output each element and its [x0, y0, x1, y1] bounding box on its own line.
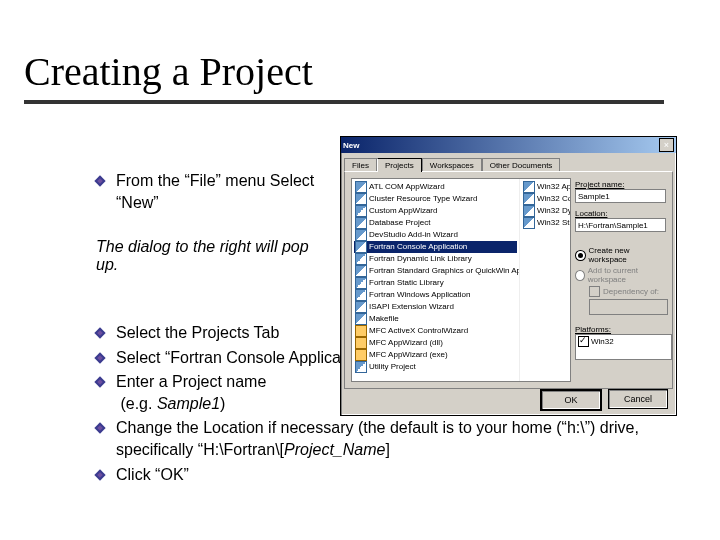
list-item[interactable]: Custom AppWizard — [354, 205, 517, 217]
list-item-label: Custom AppWizard — [369, 205, 437, 217]
list-item: From the “File” menu Select “New” — [96, 170, 331, 213]
list-item-label: Fortran Windows Application — [369, 289, 470, 301]
cancel-button[interactable]: Cancel — [608, 389, 668, 409]
italic-note: The dialog to the right will pop up. — [96, 238, 331, 274]
dependency-dropdown — [589, 299, 668, 315]
list-item-label: Win32 Ap — [537, 181, 570, 193]
list-item[interactable]: Fortran Dynamic Link Library — [354, 253, 517, 265]
close-icon[interactable]: × — [659, 138, 674, 152]
bullet-list-1: From the “File” menu Select “New” — [96, 170, 331, 216]
list-item-label: Utility Project — [369, 361, 416, 373]
list-item-label: Win32 Dy — [537, 205, 570, 217]
bullet-text: Change the Location if necessary (the de… — [116, 419, 639, 458]
radio-label: Create new workspace — [589, 246, 666, 264]
list-column-1: ATL COM AppWizardCluster Resource Type W… — [352, 179, 519, 381]
project-name-input[interactable] — [575, 189, 666, 203]
slide: Creating a Project From the “File” menu … — [0, 0, 720, 540]
bullet-text: Click “OK” — [116, 466, 189, 483]
list-item: Click “OK” — [96, 464, 656, 486]
list-item[interactable]: Fortran Static Library — [354, 277, 517, 289]
diamond-bullet-icon — [94, 423, 105, 434]
list-item[interactable]: Makefile — [354, 313, 517, 325]
list-item[interactable]: MFC AppWizard (dll) — [354, 337, 517, 349]
project-type-icon — [355, 193, 367, 205]
list-item[interactable]: Fortran Console Application — [354, 241, 517, 253]
bullet-text: Select “Fortran Console Application” — [116, 349, 372, 366]
list-item-label: Win32 Co — [537, 193, 570, 205]
platforms-list[interactable]: Win32 — [575, 334, 672, 360]
project-type-icon — [355, 181, 367, 193]
list-item-label: Fortran Dynamic Link Library — [369, 253, 472, 265]
list-item-label: Win32 St — [537, 217, 569, 229]
checkbox-label: Dependency of: — [603, 287, 659, 296]
radio-create-new-workspace[interactable]: Create new workspace — [575, 246, 666, 264]
list-item-label: MFC ActiveX ControlWizard — [369, 325, 468, 337]
list-column-2: Win32 ApWin32 CoWin32 DyWin32 St — [519, 179, 570, 381]
project-type-icon — [523, 205, 535, 217]
project-type-icon — [355, 277, 367, 289]
bullet-text: Enter a Project name (e.g. Sample1) — [116, 373, 266, 412]
platform-item[interactable]: Win32 — [578, 336, 669, 347]
list-item[interactable]: MFC ActiveX ControlWizard — [354, 325, 517, 337]
project-type-icon — [355, 337, 367, 349]
list-item[interactable]: Win32 Dy — [522, 205, 568, 217]
checkbox-icon — [589, 286, 600, 297]
list-item[interactable]: MFC AppWizard (exe) — [354, 349, 517, 361]
diamond-bullet-icon — [94, 377, 105, 388]
list-item[interactable]: Win32 St — [522, 217, 568, 229]
list-item-label: MFC AppWizard (dll) — [369, 337, 443, 349]
list-item[interactable]: Fortran Standard Graphics or QuickWin Ap… — [354, 265, 517, 277]
list-item-label: MFC AppWizard (exe) — [369, 349, 448, 361]
project-type-icon — [355, 217, 367, 229]
ok-button[interactable]: OK — [540, 389, 602, 411]
bullet-text: Select the Projects Tab — [116, 324, 279, 341]
project-type-icon — [355, 325, 367, 337]
diamond-bullet-icon — [94, 352, 105, 363]
dialog-tabpanel: ATL COM AppWizardCluster Resource Type W… — [344, 171, 673, 389]
location-input[interactable] — [575, 218, 666, 232]
list-item[interactable]: Database Project — [354, 217, 517, 229]
list-item[interactable]: ISAPI Extension Wizard — [354, 301, 517, 313]
dialog-button-row: OK Cancel — [540, 389, 668, 411]
project-type-icon — [355, 205, 367, 217]
project-type-icon — [355, 289, 367, 301]
list-item: Change the Location if necessary (the de… — [96, 417, 656, 460]
list-item-label: Fortran Static Library — [369, 277, 444, 289]
platforms-label: Platforms: — [575, 325, 666, 334]
diamond-bullet-icon — [94, 469, 105, 480]
list-item-label: Makefile — [369, 313, 399, 325]
list-item[interactable]: Cluster Resource Type Wizard — [354, 193, 517, 205]
project-type-list[interactable]: ATL COM AppWizardCluster Resource Type W… — [351, 178, 571, 382]
slide-title: Creating a Project — [24, 48, 313, 95]
radio-add-to-workspace[interactable]: Add to current workspace — [575, 266, 666, 284]
project-type-icon — [355, 241, 367, 253]
project-type-icon — [355, 301, 367, 313]
radio-dot-icon — [575, 250, 586, 261]
list-item[interactable]: Utility Project — [354, 361, 517, 373]
project-type-icon — [355, 313, 367, 325]
list-item-label: ISAPI Extension Wizard — [369, 301, 454, 313]
project-name-label: Project name: — [575, 180, 666, 189]
list-item-label: Fortran Standard Graphics or QuickWin Ap… — [369, 265, 519, 277]
tab-workspaces[interactable]: Workspaces — [422, 158, 482, 172]
list-item[interactable]: DevStudio Add-in Wizard — [354, 229, 517, 241]
dialog-title: New — [343, 141, 359, 150]
list-item[interactable]: Win32 Ap — [522, 181, 568, 193]
project-type-icon — [355, 349, 367, 361]
dialog-tabs: FilesProjectsWorkspacesOther Documents — [344, 157, 673, 171]
list-item-label: Database Project — [369, 217, 430, 229]
location-label: Location: — [575, 209, 666, 218]
list-item[interactable]: ATL COM AppWizard — [354, 181, 517, 193]
dependency-checkbox: Dependency of: — [589, 286, 666, 297]
tab-files[interactable]: Files — [344, 158, 377, 172]
title-underline — [24, 100, 664, 104]
diamond-bullet-icon — [94, 175, 105, 186]
list-item[interactable]: Fortran Windows Application — [354, 289, 517, 301]
tab-other-documents[interactable]: Other Documents — [482, 158, 561, 172]
list-item-label: DevStudio Add-in Wizard — [369, 229, 458, 241]
list-item-label: Fortran Console Application — [369, 241, 467, 253]
list-item[interactable]: Win32 Co — [522, 193, 568, 205]
tab-projects[interactable]: Projects — [377, 158, 422, 172]
dialog-titlebar: New × — [341, 137, 676, 153]
workspace-radio-group: Create new workspace Add to current work… — [575, 246, 666, 315]
